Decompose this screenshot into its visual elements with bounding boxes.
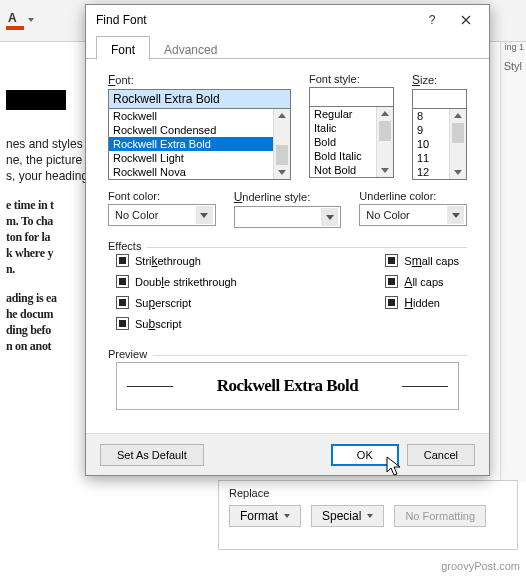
- list-item[interactable]: Rockwell Extra Bold: [109, 137, 290, 151]
- font-input[interactable]: [108, 89, 291, 109]
- side-label-ing1: ing 1: [504, 42, 524, 52]
- help-button[interactable]: ?: [415, 6, 449, 34]
- tab-font[interactable]: Font: [96, 36, 150, 60]
- underline-color-value: No Color: [366, 209, 409, 221]
- special-button[interactable]: Special: [311, 505, 384, 527]
- watermark: groovyPost.com: [441, 560, 520, 572]
- checkbox-subscript[interactable]: Subscript: [116, 315, 237, 332]
- effects-legend: Effects: [108, 240, 147, 252]
- side-panel: [500, 42, 526, 482]
- effects-group: Effects Strikethrough Double strikethrou…: [108, 240, 467, 336]
- find-font-dialog: Find Font ? Font Advanced Font: Rockwell…: [85, 4, 490, 476]
- font-color-value: No Color: [115, 209, 158, 221]
- checkbox-superscript[interactable]: Superscript: [116, 294, 237, 311]
- font-listbox[interactable]: Rockwell Rockwell Condensed Rockwell Ext…: [108, 108, 291, 180]
- preview-text: Rockwell Extra Bold: [217, 376, 359, 396]
- black-block: [6, 90, 66, 110]
- list-item[interactable]: Rockwell Nova: [109, 165, 290, 179]
- checkbox-small-caps[interactable]: Small caps: [385, 252, 459, 269]
- replace-label: Replace: [229, 487, 507, 499]
- close-button[interactable]: [449, 6, 483, 34]
- font-label: Font:: [108, 73, 291, 87]
- scrollbar[interactable]: [376, 107, 393, 177]
- font-style-input[interactable]: [309, 87, 394, 107]
- svg-marker-2: [28, 18, 34, 22]
- underline-style-label: Underline style:: [234, 190, 342, 204]
- chevron-down-icon: [196, 206, 213, 224]
- svg-text:A: A: [8, 11, 17, 25]
- ok-button[interactable]: OK: [331, 444, 399, 466]
- dialog-titlebar[interactable]: Find Font ?: [86, 5, 489, 35]
- font-color-icon: A: [4, 4, 74, 38]
- dialog-footer: Set As Default OK Cancel: [86, 433, 489, 475]
- cancel-button[interactable]: Cancel: [407, 444, 475, 466]
- underline-color-label: Underline color:: [359, 190, 467, 202]
- font-style-label: Font style:: [309, 73, 394, 85]
- chevron-down-icon: [447, 206, 464, 224]
- scrollbar[interactable]: [273, 109, 290, 179]
- no-formatting-button: No Formatting: [394, 505, 486, 527]
- preview-box: Rockwell Extra Bold: [116, 362, 459, 410]
- size-input[interactable]: [412, 89, 467, 109]
- tab-strip: Font Advanced: [86, 35, 489, 59]
- preview-line: [127, 386, 173, 387]
- close-icon: [461, 15, 471, 25]
- size-listbox[interactable]: 8 9 10 11 12: [412, 108, 467, 180]
- svg-rect-1: [6, 26, 24, 30]
- replace-panel: Replace Format Special No Formatting: [218, 480, 518, 550]
- scrollbar[interactable]: [449, 109, 466, 179]
- list-item[interactable]: Rockwell Light: [109, 151, 290, 165]
- preview-legend: Preview: [108, 348, 153, 360]
- size-label: Size:: [412, 73, 467, 87]
- chevron-down-icon: [321, 208, 338, 226]
- list-item[interactable]: Rockwell: [109, 109, 290, 123]
- tab-advanced[interactable]: Advanced: [150, 36, 231, 60]
- font-style-listbox[interactable]: Regular Italic Bold Bold Italic Not Bold: [309, 106, 394, 178]
- checkbox-hidden[interactable]: Hidden: [385, 294, 459, 311]
- font-color-combo[interactable]: No Color: [108, 204, 216, 226]
- list-item[interactable]: Rockwell Condensed: [109, 123, 290, 137]
- format-button[interactable]: Format: [229, 505, 301, 527]
- dialog-title: Find Font: [96, 13, 415, 27]
- checkbox-all-caps[interactable]: All caps: [385, 273, 459, 290]
- preview-line: [402, 386, 448, 387]
- underline-style-combo[interactable]: [234, 206, 342, 228]
- checkbox-double-strikethrough[interactable]: Double strikethrough: [116, 273, 237, 290]
- checkbox-strikethrough[interactable]: Strikethrough: [116, 252, 237, 269]
- side-label-styl: Styl: [504, 60, 522, 72]
- font-color-label: Font color:: [108, 190, 216, 202]
- set-as-default-button[interactable]: Set As Default: [100, 444, 204, 466]
- underline-color-combo[interactable]: No Color: [359, 204, 467, 226]
- preview-group: Preview Rockwell Extra Bold: [108, 348, 467, 414]
